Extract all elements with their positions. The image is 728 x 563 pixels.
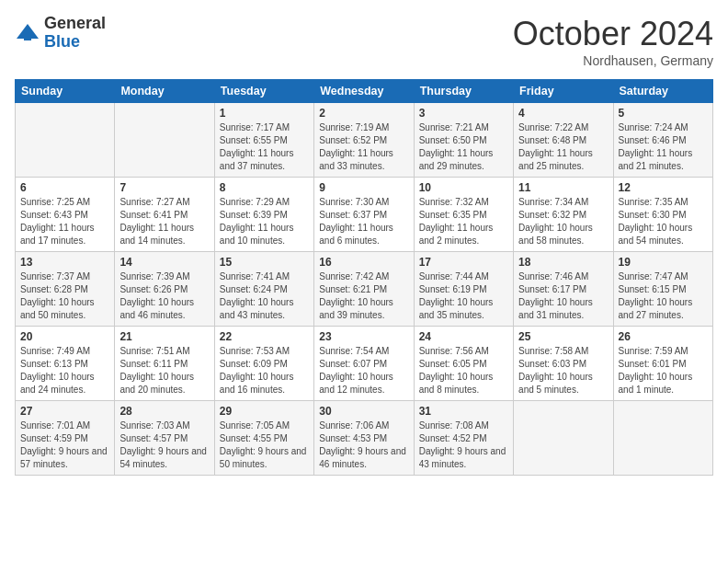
calendar-cell: 26Sunrise: 7:59 AM Sunset: 6:01 PM Dayli… <box>613 327 712 401</box>
cell-info: Sunrise: 7:41 AM Sunset: 6:24 PM Dayligh… <box>220 270 309 322</box>
date-number: 13 <box>20 256 109 269</box>
date-number: 8 <box>220 181 309 194</box>
calendar-cell: 15Sunrise: 7:41 AM Sunset: 6:24 PM Dayli… <box>214 252 313 327</box>
calendar-cell: 10Sunrise: 7:32 AM Sunset: 6:35 PM Dayli… <box>414 178 513 252</box>
calendar-cell: 12Sunrise: 7:35 AM Sunset: 6:30 PM Dayli… <box>613 178 712 252</box>
date-number: 16 <box>319 256 408 269</box>
calendar-cell: 9Sunrise: 7:30 AM Sunset: 6:37 PM Daylig… <box>314 178 414 252</box>
calendar-week-row: 13Sunrise: 7:37 AM Sunset: 6:28 PM Dayli… <box>16 252 713 327</box>
date-number: 26 <box>619 330 708 343</box>
date-number: 15 <box>220 256 309 269</box>
date-number: 1 <box>220 107 309 120</box>
cell-info: Sunrise: 7:17 AM Sunset: 6:55 PM Dayligh… <box>220 121 309 173</box>
calendar-week-row: 20Sunrise: 7:49 AM Sunset: 6:13 PM Dayli… <box>16 327 713 401</box>
calendar-header-row: SundayMondayTuesdayWednesdayThursdayFrid… <box>16 80 713 103</box>
calendar-cell: 23Sunrise: 7:54 AM Sunset: 6:07 PM Dayli… <box>314 327 414 401</box>
cell-info: Sunrise: 7:19 AM Sunset: 6:52 PM Dayligh… <box>319 121 408 173</box>
calendar-cell: 21Sunrise: 7:51 AM Sunset: 6:11 PM Dayli… <box>115 327 214 401</box>
logo-general: General <box>44 15 106 33</box>
location: Nordhausen, Germany <box>513 53 713 68</box>
day-header-thursday: Thursday <box>414 80 513 103</box>
calendar-cell: 20Sunrise: 7:49 AM Sunset: 6:13 PM Dayli… <box>16 327 115 401</box>
date-number: 11 <box>518 181 608 194</box>
calendar-cell: 18Sunrise: 7:46 AM Sunset: 6:17 PM Dayli… <box>514 252 613 327</box>
logo-blue: Blue <box>44 33 106 52</box>
calendar-cell: 25Sunrise: 7:58 AM Sunset: 6:03 PM Dayli… <box>514 327 613 401</box>
date-number: 27 <box>20 405 109 418</box>
calendar-cell: 1Sunrise: 7:17 AM Sunset: 6:55 PM Daylig… <box>214 103 313 178</box>
cell-info: Sunrise: 7:01 AM Sunset: 4:59 PM Dayligh… <box>20 419 109 471</box>
date-number: 4 <box>518 107 608 120</box>
calendar-cell: 22Sunrise: 7:53 AM Sunset: 6:09 PM Dayli… <box>214 327 313 401</box>
day-header-monday: Monday <box>115 80 214 103</box>
calendar-cell: 2Sunrise: 7:19 AM Sunset: 6:52 PM Daylig… <box>314 103 414 178</box>
calendar-cell: 28Sunrise: 7:03 AM Sunset: 4:57 PM Dayli… <box>115 401 214 476</box>
cell-info: Sunrise: 7:53 AM Sunset: 6:09 PM Dayligh… <box>220 345 309 396</box>
calendar-cell: 29Sunrise: 7:05 AM Sunset: 4:55 PM Dayli… <box>214 401 313 476</box>
date-number: 22 <box>220 330 309 343</box>
cell-info: Sunrise: 7:58 AM Sunset: 6:03 PM Dayligh… <box>518 345 608 396</box>
date-number: 30 <box>319 405 408 418</box>
day-header-saturday: Saturday <box>613 80 712 103</box>
calendar-cell: 6Sunrise: 7:25 AM Sunset: 6:43 PM Daylig… <box>16 178 115 252</box>
day-header-wednesday: Wednesday <box>314 80 414 103</box>
cell-info: Sunrise: 7:47 AM Sunset: 6:15 PM Dayligh… <box>619 270 708 322</box>
calendar-cell <box>115 103 214 178</box>
cell-info: Sunrise: 7:35 AM Sunset: 6:30 PM Dayligh… <box>619 196 708 247</box>
cell-info: Sunrise: 7:49 AM Sunset: 6:13 PM Dayligh… <box>20 345 109 396</box>
month-title: October 2024 <box>513 15 713 53</box>
date-number: 21 <box>119 330 209 343</box>
cell-info: Sunrise: 7:22 AM Sunset: 6:48 PM Dayligh… <box>518 121 608 173</box>
calendar-cell: 8Sunrise: 7:29 AM Sunset: 6:39 PM Daylig… <box>214 178 313 252</box>
calendar-cell: 11Sunrise: 7:34 AM Sunset: 6:32 PM Dayli… <box>514 178 613 252</box>
cell-info: Sunrise: 7:46 AM Sunset: 6:17 PM Dayligh… <box>518 270 608 322</box>
cell-info: Sunrise: 7:21 AM Sunset: 6:50 PM Dayligh… <box>419 121 508 173</box>
logo-icon <box>15 20 40 46</box>
day-header-tuesday: Tuesday <box>214 80 313 103</box>
calendar-cell: 16Sunrise: 7:42 AM Sunset: 6:21 PM Dayli… <box>314 252 414 327</box>
calendar-week-row: 6Sunrise: 7:25 AM Sunset: 6:43 PM Daylig… <box>16 178 713 252</box>
calendar-week-row: 1Sunrise: 7:17 AM Sunset: 6:55 PM Daylig… <box>16 103 713 178</box>
cell-info: Sunrise: 7:06 AM Sunset: 4:53 PM Dayligh… <box>319 419 408 471</box>
cell-info: Sunrise: 7:39 AM Sunset: 6:26 PM Dayligh… <box>119 270 209 322</box>
calendar-cell: 4Sunrise: 7:22 AM Sunset: 6:48 PM Daylig… <box>514 103 613 178</box>
date-number: 6 <box>20 181 109 194</box>
calendar-cell: 17Sunrise: 7:44 AM Sunset: 6:19 PM Dayli… <box>414 252 513 327</box>
calendar-cell: 24Sunrise: 7:56 AM Sunset: 6:05 PM Dayli… <box>414 327 513 401</box>
cell-info: Sunrise: 7:25 AM Sunset: 6:43 PM Dayligh… <box>20 196 109 247</box>
calendar-cell: 3Sunrise: 7:21 AM Sunset: 6:50 PM Daylig… <box>414 103 513 178</box>
logo: General Blue <box>15 15 106 52</box>
calendar-cell <box>613 401 712 476</box>
date-number: 19 <box>619 256 708 269</box>
logo-text: General Blue <box>44 15 106 52</box>
cell-info: Sunrise: 7:08 AM Sunset: 4:52 PM Dayligh… <box>419 419 508 471</box>
day-header-sunday: Sunday <box>16 80 115 103</box>
calendar-cell: 27Sunrise: 7:01 AM Sunset: 4:59 PM Dayli… <box>16 401 115 476</box>
date-number: 20 <box>20 330 109 343</box>
calendar-cell <box>514 401 613 476</box>
date-number: 18 <box>518 256 608 269</box>
calendar-cell: 7Sunrise: 7:27 AM Sunset: 6:41 PM Daylig… <box>115 178 214 252</box>
calendar-week-row: 27Sunrise: 7:01 AM Sunset: 4:59 PM Dayli… <box>16 401 713 476</box>
cell-info: Sunrise: 7:37 AM Sunset: 6:28 PM Dayligh… <box>20 270 109 322</box>
calendar-cell <box>16 103 115 178</box>
calendar-cell: 30Sunrise: 7:06 AM Sunset: 4:53 PM Dayli… <box>314 401 414 476</box>
calendar-cell: 31Sunrise: 7:08 AM Sunset: 4:52 PM Dayli… <box>414 401 513 476</box>
date-number: 25 <box>518 330 608 343</box>
cell-info: Sunrise: 7:05 AM Sunset: 4:55 PM Dayligh… <box>220 419 309 471</box>
date-number: 2 <box>319 107 408 120</box>
calendar-cell: 14Sunrise: 7:39 AM Sunset: 6:26 PM Dayli… <box>115 252 214 327</box>
cell-info: Sunrise: 7:32 AM Sunset: 6:35 PM Dayligh… <box>419 196 508 247</box>
day-header-friday: Friday <box>514 80 613 103</box>
calendar-cell: 5Sunrise: 7:24 AM Sunset: 6:46 PM Daylig… <box>613 103 712 178</box>
page-header: General Blue October 2024 Nordhausen, Ge… <box>15 15 713 68</box>
title-block: October 2024 Nordhausen, Germany <box>513 15 713 68</box>
cell-info: Sunrise: 7:27 AM Sunset: 6:41 PM Dayligh… <box>119 196 209 247</box>
cell-info: Sunrise: 7:34 AM Sunset: 6:32 PM Dayligh… <box>518 196 608 247</box>
date-number: 14 <box>119 256 209 269</box>
date-number: 17 <box>419 256 508 269</box>
date-number: 9 <box>319 181 408 194</box>
cell-info: Sunrise: 7:51 AM Sunset: 6:11 PM Dayligh… <box>119 345 209 396</box>
cell-info: Sunrise: 7:03 AM Sunset: 4:57 PM Dayligh… <box>119 419 209 471</box>
calendar-cell: 19Sunrise: 7:47 AM Sunset: 6:15 PM Dayli… <box>613 252 712 327</box>
